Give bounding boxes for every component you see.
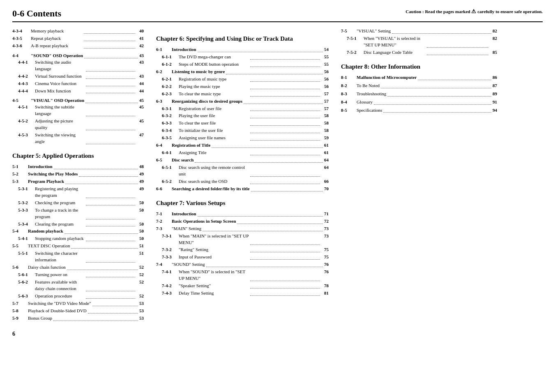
toc-entry: 6-5-2Disc search using the OSD 66: [156, 178, 329, 185]
caution-text: Caution : Read the pages marked ⚠ carefu…: [405, 8, 543, 15]
toc-section: 5-6Daisy chain function 52: [12, 264, 144, 271]
toc-section: 8-1Malfunction of Microcomputer 86: [341, 74, 497, 81]
toc-section: 5-3Program Playback 49: [12, 178, 144, 185]
page-number: 6: [12, 331, 15, 337]
toc-section: 7-3"MAIN" Setting 73: [156, 226, 329, 232]
chapter7-cont: 7-5"VISUAL" Setting 827-5-1When "VISUAL"…: [341, 28, 497, 56]
right-column: 7-5"VISUAL" Setting 827-5-1When "VISUAL"…: [341, 28, 497, 323]
toc-entry: 4-3-6A-B repeat playback 42: [12, 43, 144, 49]
toc-section: 5-9Bonus Group 53: [12, 315, 144, 322]
toc-entry: 7-3-3Input of Password 75: [156, 254, 329, 261]
toc-section: 5-4Random playback 50: [12, 228, 144, 235]
page-footer: 6: [12, 331, 543, 337]
toc-entry: 4-3-5Repeat playback 41: [12, 35, 144, 42]
toc-entry: 7-3-2"Rating" Setting 75: [156, 247, 329, 253]
toc-entry: 5-6-1Turning power on 52: [12, 272, 144, 278]
toc-entry: 7-4-3Delay Time Setting 81: [156, 290, 329, 297]
toc-section: 6-3Reorganizing discs to desired groups …: [156, 98, 329, 105]
toc-entry: 4-3-4Memory playback 40: [12, 28, 144, 35]
toc-entry: 7-5-1When "VISUAL" is selected in "SET U…: [341, 35, 497, 48]
toc-entry: 5-3-1Registering and playing the program…: [12, 186, 144, 199]
toc-section: 8-3Troubleshooting 89: [341, 91, 497, 97]
toc-entry: 7-3-1When "MAIN" is selected in "SET UP …: [156, 233, 329, 246]
toc-entry: 4-4-1Switching the audio language 43: [12, 59, 144, 72]
toc-entry: 6-1-1The DVD mega-changer can 55: [156, 54, 329, 60]
page-container: 0-6 Contents Caution : Read the pages ma…: [12, 8, 543, 337]
toc-entry: 6-3-4To initialize the user file 58: [156, 127, 329, 134]
toc-entry: 6-3-2Playing the user file 58: [156, 113, 329, 119]
toc-entry: 4-4-3Cinema Voice function 44: [12, 81, 144, 87]
toc-entry: 4-5-1Switching the subtitle language 45: [12, 104, 144, 117]
page-title: 0-6 Contents: [12, 8, 61, 19]
toc-section: 8-5Specifications 94: [341, 107, 497, 114]
toc-section: 6-6Searching a desired folder/file by it…: [156, 186, 329, 192]
chapter6-header: Chapter 6: Specifying and Using Disc or …: [156, 35, 329, 42]
page-header: 0-6 Contents Caution : Read the pages ma…: [12, 8, 543, 22]
chapter5-header: Chapter 5: Applied Operations: [12, 152, 144, 159]
toc-section: 7-5"VISUAL" Setting 82: [341, 28, 497, 35]
chapter5: Chapter 5: Applied Operations5-1Introduc…: [12, 152, 144, 322]
toc-entry: 7-4-2"Speaker Setting" 78: [156, 283, 329, 289]
section-45: 4-5"VISUAL" OSD Operation 454-5-1Switchi…: [12, 97, 144, 145]
toc-section: 6-1Introduction 54: [156, 46, 329, 53]
toc-section: 5-7Switching the "DVD Video Mode" 53: [12, 300, 144, 307]
chapter8-header: Chapter 8: Other Information: [341, 63, 497, 70]
mid-column: Chapter 6: Specifying and Using Disc or …: [156, 28, 329, 323]
toc-section: 6-5Disc search 64: [156, 157, 329, 164]
left-column: 4-3-4Memory playback 404-3-5Repeat playb…: [12, 28, 144, 323]
caution-icon: ⚠: [471, 8, 476, 15]
toc-section: 7-4"SOUND" Setting 76: [156, 261, 329, 268]
toc-section: 7-1Introduction 71: [156, 211, 329, 217]
section-43-entries: 4-3-4Memory playback 404-3-5Repeat playb…: [12, 28, 144, 49]
toc-section: 5-5TEXT DISC Operation 51: [12, 243, 144, 249]
toc-entry: 5-6-2Features available with daisy chain…: [12, 279, 144, 292]
toc-entry: 4-5-3Switching the viewing angle 47: [12, 132, 144, 145]
chapter8: Chapter 8: Other Information8-1Malfuncti…: [341, 63, 497, 114]
toc-entry: 6-2-2Playing the music type 56: [156, 83, 329, 90]
toc-section: 6-4Registration of Title 61: [156, 142, 329, 149]
toc-entry: 5-3-3To change a track in the program 50: [12, 207, 144, 220]
chapter7-header: Chapter 7: Various Setups: [156, 200, 329, 207]
toc-entry: 4-5-2Adjusting the picture quality 45: [12, 118, 144, 131]
toc-entry: 7-5-2Disc Language Code Table 85: [341, 49, 497, 56]
toc-entry: 6-4-1Assigning Title 61: [156, 150, 329, 156]
toc-entry: 4-4-4Down Mix function 44: [12, 88, 144, 95]
toc-entry: 6-3-1Registration of user file 57: [156, 106, 329, 112]
toc-entry: 7-4-1When "SOUND" is selected in "SET UP…: [156, 269, 329, 282]
toc-section: 5-8Playback of Double-Sided DVD 53: [12, 308, 144, 314]
toc-entry: 6-2-1Registration of music type 56: [156, 76, 329, 83]
toc-entry: 6-2-3To clear the music type 57: [156, 91, 329, 97]
toc-entry: 4-4-2Virtual Surround function 43: [12, 73, 144, 80]
section-44-header: 4-4"SOUND" OSD Operation 43: [12, 53, 144, 59]
toc-section: 7-2Basic Operations in Setup Screen 72: [156, 218, 329, 225]
toc-entry: 5-5-1Switching the character information…: [12, 250, 144, 263]
chapter6: Chapter 6: Specifying and Using Disc or …: [156, 35, 329, 192]
toc-entry: 6-3-5Assigning user file names 59: [156, 135, 329, 141]
toc-entry: 6-1-2Steps of MODE button operation 55: [156, 61, 329, 68]
toc-section: 8-2To Be Noted 87: [341, 83, 497, 89]
toc-entry: 6-3-3To clear the user file 58: [156, 120, 329, 127]
toc-entry: 5-4-1Stopping random playback 50: [12, 235, 144, 242]
section-45-header: 4-5"VISUAL" OSD Operation 45: [12, 97, 144, 104]
main-content: 4-3-4Memory playback 404-3-5Repeat playb…: [12, 28, 543, 323]
toc-section: 5-1Introduction 48: [12, 164, 144, 170]
chapter7: Chapter 7: Various Setups7-1Introduction…: [156, 200, 329, 297]
section-44: 4-4"SOUND" OSD Operation 434-4-1Switchin…: [12, 53, 144, 95]
toc-section: 8-4Glossary 91: [341, 99, 497, 106]
toc-entry: 5-6-3Operation procedure 52: [12, 293, 144, 300]
toc-entry: 6-5-1Disc search using the remote contro…: [156, 164, 329, 178]
toc-entry: 5-3-2Checking the program 50: [12, 200, 144, 206]
toc-section: 6-2Listening to music by genre 56: [156, 69, 329, 75]
toc-entry: 5-3-4Clearing the program 50: [12, 221, 144, 228]
toc-section: 5-2Switching the Play Modes 49: [12, 171, 144, 178]
